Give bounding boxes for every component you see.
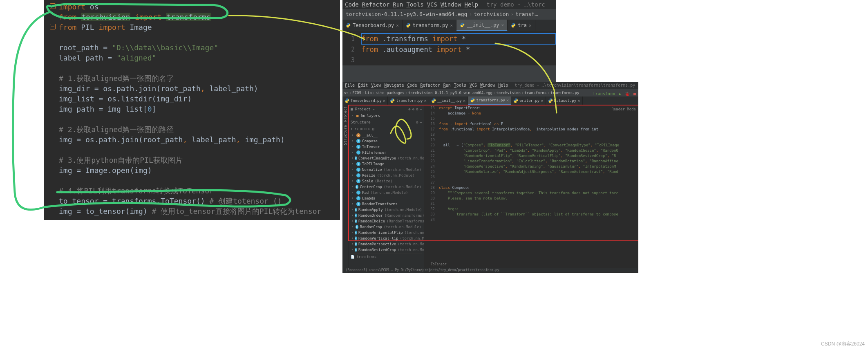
run-toolbar[interactable]: transform ▶ 🐞 ■ [592,92,636,96]
expand-icon[interactable]: ⊕ [408,107,410,111]
code-line[interactable]: import os [59,2,340,12]
code-line[interactable]: # 1.获取aligned第一张图的名字 [59,73,340,83]
breadcrumb-item[interactable]: torchvision [474,11,509,17]
tab[interactable]: Dataset.py× [546,96,583,105]
structure-item[interactable]: ›cRandomOrder(RandomTransforms) [351,213,422,218]
menu-item[interactable]: View [371,83,381,88]
run-icon[interactable]: ▶ [619,92,621,96]
code-line[interactable]: img_list = os.listdir(img_dir) [59,94,340,104]
code-line[interactable] [439,201,638,206]
structure-item[interactable]: ›cCenterCrop(torch.nn.Module) [351,184,422,190]
structure-item[interactable]: ›cToPILImage [351,161,422,167]
tab[interactable]: transforms.py× [468,96,511,105]
code-line[interactable]: "RandomPerspective", "RandomErasing", "G… [439,164,638,169]
code-line[interactable]: from PIL import Image [59,22,340,32]
code-line[interactable]: transforms (list of ``Transform`` object… [439,212,638,217]
close-icon[interactable]: × [577,98,580,103]
code-line[interactable]: img = os.path.join(root_path, label_path… [59,135,340,145]
menu-item[interactable]: Code [345,1,359,8]
tab[interactable]: __init__.py× [429,96,468,105]
structure-item[interactable]: ›cResize(torch.nn.Module) [351,173,422,178]
gutter-fold-icon[interactable] [50,3,56,9]
code-line[interactable] [439,217,638,222]
menu-item[interactable]: Refactor [362,1,389,8]
code-line[interactable]: from .functional import InterpolationMod… [439,127,638,132]
close-icon[interactable]: × [450,23,453,28]
tab[interactable]: transform.py× [388,96,429,105]
code-line[interactable]: # 4.将PIL利用transforms转换成ToTensor [59,186,340,196]
code-line[interactable]: class Compose: [439,185,638,191]
breadcrumb-item[interactable]: torchvision-0.11.1-py3.6-win-amd64.egg [346,11,467,17]
code-line[interactable]: img = Image.open(img) [59,165,340,175]
breadcrumb-item[interactable]: transf… [515,11,538,17]
code-line[interactable]: img_path = img_list[0] [59,104,340,114]
close-icon[interactable]: × [463,98,466,103]
menu-item[interactable]: Navigate [384,83,404,88]
structure-item[interactable]: ›cConvertImageDtype(torch.nn.Module) [351,155,422,161]
menu-item[interactable]: Run [393,1,403,8]
structure-item[interactable]: ›cToTensor [351,144,422,150]
menu-item[interactable]: Edit [358,83,368,88]
code-line[interactable]: Args: [439,206,638,212]
reader-mode-label[interactable]: Reader Mode [611,107,636,111]
editor[interactable]: except ImportError: accimage = None from… [437,105,638,273]
code-line[interactable] [439,180,638,185]
editor-breadcrumb[interactable]: ToTensor [429,262,637,267]
menu-item[interactable]: File [345,83,355,88]
tab[interactable]: transform.py× [403,20,456,31]
code-line[interactable]: "LinearTransformation", "ColorJitter", "… [439,159,638,164]
breadcrumb-item[interactable]: FCOS [352,91,361,95]
structure-item[interactable]: ›cNormalize(torch.nn.Module) [351,167,422,173]
breadcrumb-item[interactable]: transforms.py [550,91,579,95]
breadcrumb-item[interactable]: torchvision-0.11.1-py3.6-win-amd64.egg [408,91,492,95]
close-icon[interactable]: × [529,23,532,28]
menu-item[interactable]: Window [441,1,461,8]
editor-tabs[interactable]: Tensorboard.py×transform.py×__init__.py×… [342,20,556,31]
close-icon[interactable]: × [541,98,544,103]
code-line[interactable]: from .autoaugment import * [361,44,556,55]
breadcrumb-item[interactable]: site-packages [376,91,404,95]
menu-item[interactable]: VCS [470,83,477,88]
breadcrumb-item[interactable]: torchvision [496,91,521,95]
code-line[interactable] [439,116,638,121]
project-sidetab[interactable]: Project [342,105,349,123]
tool-sidebar[interactable]: Project Structure ■ Project ▾ ⊕⊖⚙— ›■ fm… [342,105,424,273]
stop-icon[interactable]: ■ [633,92,636,96]
structure-tool-label[interactable]: Structure [351,119,371,125]
project-tool-label[interactable]: ■ Project ▾ [351,106,375,112]
code-line[interactable]: "CenterCrop", "Pad", "Lambda", "RandomAp… [439,148,638,153]
menu-item[interactable]: Refactor [421,83,440,88]
code-line[interactable]: except ImportError: [439,105,638,111]
menu-item[interactable]: VCS [427,1,437,8]
breadcrumb-item[interactable]: Lib [365,91,371,95]
tab[interactable]: __init__.py× [456,20,508,31]
structure-sidetab[interactable]: Structure [342,123,349,147]
close-icon[interactable]: × [424,98,427,103]
code-line[interactable] [439,175,638,180]
hide-icon[interactable]: — [420,120,422,124]
code-line[interactable]: "RandomHorizontalFlip", "RandomVerticalF… [439,153,638,159]
close-icon[interactable]: × [396,23,399,28]
run-config-name[interactable]: transform [593,92,615,96]
menu-item[interactable]: Code [407,83,417,88]
menu-item[interactable]: Tools [454,83,466,88]
structure-item[interactable]: ›cRandomHorizontalFlip(torch.nn.Module) [351,230,422,236]
code-line[interactable] [439,137,638,143]
code-line[interactable]: # 3.使用python自带的PIL获取图片 [59,155,340,165]
code-line[interactable]: """Composes several transforms together.… [439,191,638,196]
close-icon[interactable]: × [501,22,504,28]
breadcrumb-item[interactable]: transforms [524,91,546,95]
tab[interactable]: Tensorboard.py× [342,96,388,105]
debug-icon[interactable]: 🐞 [625,92,630,96]
code-line[interactable] [439,132,638,137]
structure-item[interactable]: ›cScale(Resize) [351,178,422,184]
structure-item[interactable]: ›v__all__ [351,132,422,138]
code-line[interactable]: img = to_tensor(img) # 使用to_tensor直接将图片的… [59,206,340,216]
hide-icon[interactable]: — [420,107,422,111]
menu-item[interactable]: Window [480,83,495,88]
code-line[interactable]: # 2.获取aligned第一张图的路径 [59,124,340,135]
menu-item[interactable]: Tools [406,1,423,8]
collapse-icon[interactable]: ⊖ [412,107,414,111]
code-line[interactable]: Please, see the note below. [439,196,638,201]
code-line[interactable]: from .transforms import * [361,34,556,44]
